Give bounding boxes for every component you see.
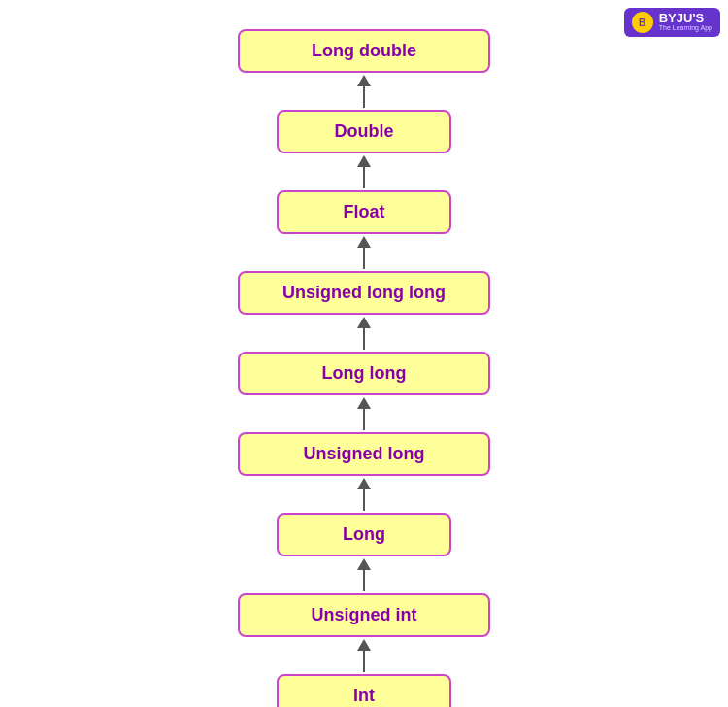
byjus-text: BYJU'S The Learning App [659,12,712,32]
arrow-head [357,397,371,409]
arrow-head [357,639,371,651]
arrow-head [357,558,371,570]
type-node-long-double: Long double [238,29,490,73]
arrow-head [357,75,371,86]
arrow-line [363,409,365,430]
arrow-0 [357,73,371,110]
arrow-line [363,167,365,188]
type-node-float: Float [277,190,451,234]
type-node-int: Int [277,674,451,707]
arrow-line [363,328,365,350]
arrow-line [363,489,365,511]
type-node-unsigned-long: Unsigned long [238,432,490,476]
type-node-unsigned-int: Unsigned int [238,593,490,637]
type-node-long-long: Long long [238,352,490,395]
arrow-6 [357,556,371,593]
arrow-line [363,248,365,269]
arrow-line [363,651,365,672]
arrow-head [357,236,371,248]
arrow-1 [357,153,371,190]
type-node-unsigned-long-long: Unsigned long long [238,271,490,315]
arrow-line [363,570,365,591]
arrow-line [363,86,365,108]
byjus-icon-text: B [639,17,645,28]
arrow-2 [357,234,371,271]
arrow-3 [357,315,371,352]
arrow-head [357,317,371,328]
arrow-7 [357,637,371,674]
diagram-container: Long doubleDoubleFloatUnsigned long long… [0,0,728,707]
arrow-5 [357,476,371,513]
arrow-4 [357,395,371,432]
byjus-name: BYJU'S [659,12,704,24]
type-node-double: Double [277,110,451,153]
byjus-tagline: The Learning App [659,24,712,32]
byjus-logo: B BYJU'S The Learning App [624,8,720,37]
arrow-head [357,478,371,489]
arrow-head [357,155,371,167]
byjus-icon: B [632,12,653,33]
type-node-long: Long [277,513,451,556]
